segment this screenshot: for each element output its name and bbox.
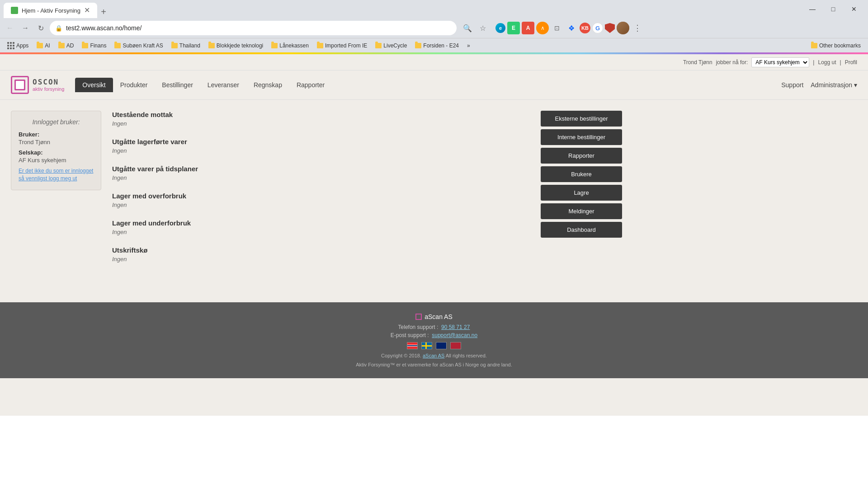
btn-interne-bestillinger[interactable]: Interne bestillinger <box>541 129 622 145</box>
forward-button[interactable]: → <box>19 22 32 34</box>
btn-eksterne-bestillinger[interactable]: Eksterne bestillinger <box>541 111 622 127</box>
sidebar-card: Innlogget bruker: Bruker: Trond Tjønn Se… <box>11 111 101 190</box>
active-tab[interactable]: Hjem - Aktiv Forsyning ✕ <box>4 3 97 18</box>
admin-label: Administrasjon <box>811 81 852 89</box>
email-label: E-post support : <box>391 332 429 338</box>
other-bookmarks: Other bookmarks <box>807 41 864 51</box>
nav-tabs: Oversikt Produkter Bestillinger Leverans… <box>75 78 332 92</box>
menu-button[interactable]: ⋮ <box>631 22 644 34</box>
divider2: | <box>840 59 841 66</box>
btn-dashboard[interactable]: Dashboard <box>541 222 622 238</box>
bookmark-imported-label: Imported From IE <box>325 42 367 49</box>
bookmark-finans[interactable]: Finans <box>78 41 110 51</box>
section-value-1: Ingen <box>112 147 530 154</box>
sidebar-title: Innlogget bruker: <box>19 118 94 126</box>
bookmark-blokkjede[interactable]: Blokkjede teknologi <box>205 41 267 51</box>
logo-sub: aktiv forsyning <box>33 86 64 92</box>
bookmark-suboen[interactable]: Subøen Kraft AS <box>111 41 166 51</box>
tab-close-button[interactable]: ✕ <box>84 7 90 14</box>
flag-norway <box>407 342 418 349</box>
kb-icon[interactable]: KB <box>580 23 590 33</box>
bookmark-ad[interactable]: AD <box>55 41 78 51</box>
bruker-label: Bruker: <box>19 131 94 138</box>
dropbox-icon[interactable]: ❖ <box>565 22 578 34</box>
bookmark-ai[interactable]: AI <box>33 41 53 51</box>
folder-icon <box>58 43 65 48</box>
tab-rapporter[interactable]: Rapporter <box>289 78 332 92</box>
phone-value[interactable]: 90 58 71 27 <box>441 324 470 330</box>
section-title-2: Utgåtte varer på tidsplaner <box>112 165 530 173</box>
logo-icon <box>11 76 29 94</box>
reload-button[interactable]: ↻ <box>34 22 47 34</box>
bookmark-imported[interactable]: Imported From IE <box>313 41 371 51</box>
selskap-value: AF Kurs sykehjem <box>19 157 94 164</box>
cast-icon[interactable]: ⊡ <box>551 22 563 34</box>
close-button[interactable]: ✕ <box>844 1 864 17</box>
email-value[interactable]: support@ascan.no <box>432 332 477 338</box>
tab-oversikt[interactable]: Oversikt <box>75 78 113 92</box>
maximize-button[interactable]: □ <box>823 1 844 17</box>
minimize-button[interactable]: — <box>802 1 823 17</box>
url-text: test2.www.ascan.no/home/ <box>66 24 451 32</box>
admin-link[interactable]: Administrasjon ▾ <box>811 81 857 89</box>
footer-brand-name: aScan AS <box>425 313 453 320</box>
folder-icon <box>415 43 421 48</box>
section-value-3: Ingen <box>112 202 530 208</box>
new-tab-button[interactable]: + <box>97 5 110 18</box>
tab-bestillinger[interactable]: Bestillinger <box>155 78 200 92</box>
bookmark-ad-label: AD <box>66 42 74 49</box>
section-value-0: Ingen <box>112 120 530 127</box>
edge-icon[interactable]: e <box>495 23 505 33</box>
tab-leveranser[interactable]: Leveranser <box>200 78 246 92</box>
bookmark-livecycle[interactable]: LiveCycle <box>372 41 410 51</box>
support-link[interactable]: Support <box>781 81 803 89</box>
bookmarks-more-button[interactable]: » <box>463 41 474 51</box>
address-actions: 🔍 ☆ <box>461 22 489 34</box>
tab-bar: Hjem - Aktiv Forsyning ✕ + <box>4 0 110 18</box>
flag-sweden <box>421 342 432 349</box>
logout-link-sidebar[interactable]: Er det ikke du som er innlogget så vennl… <box>19 168 93 182</box>
g-icon[interactable]: G <box>592 23 603 33</box>
tab-produkter[interactable]: Produkter <box>113 78 155 92</box>
url-bar[interactable]: 🔒 test2.www.ascan.no/home/ <box>50 21 457 35</box>
footer-logo-icon <box>415 314 422 320</box>
extensions-icon[interactable]: E <box>507 22 520 34</box>
other-bookmarks-link[interactable]: Other bookmarks <box>807 41 864 51</box>
other-bookmarks-label: Other bookmarks <box>819 42 861 49</box>
tab-regnskap[interactable]: Regnskap <box>246 78 289 92</box>
bruker-value: Trond Tjønn <box>19 139 94 145</box>
bookmark-thailand-label: Thailand <box>179 42 200 49</box>
btn-rapporter[interactable]: Rapporter <box>541 148 622 164</box>
apps-bookmark[interactable]: Apps <box>4 40 32 51</box>
section-title-1: Utgåtte lagerførte varer <box>112 138 530 145</box>
company-link[interactable]: aScan AS <box>423 353 444 358</box>
bookmark-finans-label: Finans <box>90 42 106 49</box>
bookmark-thailand[interactable]: Thailand <box>168 41 204 51</box>
logged-user-name: Trond Tjønn <box>683 59 712 66</box>
search-icon[interactable]: 🔍 <box>461 22 474 34</box>
bookmark-star-icon[interactable]: ☆ <box>476 22 489 34</box>
flag-us <box>450 342 461 349</box>
section-lager-overforbruk: Lager med overforbruk Ingen <box>112 192 530 208</box>
btn-brukere[interactable]: Brukere <box>541 166 622 182</box>
action-buttons: Eksterne bestillinger Interne bestilling… <box>541 111 622 273</box>
profile-icon[interactable] <box>617 22 629 34</box>
footer-email-row: E-post support : support@ascan.no <box>11 332 857 338</box>
back-button[interactable]: ← <box>4 22 16 34</box>
tab-favicon <box>11 7 18 14</box>
logout-link[interactable]: Logg ut <box>818 59 836 66</box>
btn-meldinger[interactable]: Meldinger <box>541 203 622 219</box>
sketch-icon[interactable]: ∧ <box>536 22 549 34</box>
folder-icon <box>271 43 278 48</box>
company-select[interactable]: AF Kurs sykehjem <box>751 57 809 67</box>
bookmark-lanekassen[interactable]: Lånekassen <box>268 41 312 51</box>
logo-brand: OSCON <box>33 78 64 86</box>
profile-link[interactable]: Profil <box>845 59 857 66</box>
acrobat-icon[interactable]: A <box>522 22 534 34</box>
bookmark-e24[interactable]: Forsiden - E24 <box>411 41 462 51</box>
btn-lagre[interactable]: Lagre <box>541 185 622 201</box>
shield-icon[interactable] <box>605 23 615 33</box>
bookmark-lanekassen-label: Lånekassen <box>279 42 309 49</box>
folder-icon <box>171 43 178 48</box>
address-bar: ← → ↻ 🔒 test2.www.ascan.no/home/ 🔍 ☆ e E… <box>0 18 868 38</box>
